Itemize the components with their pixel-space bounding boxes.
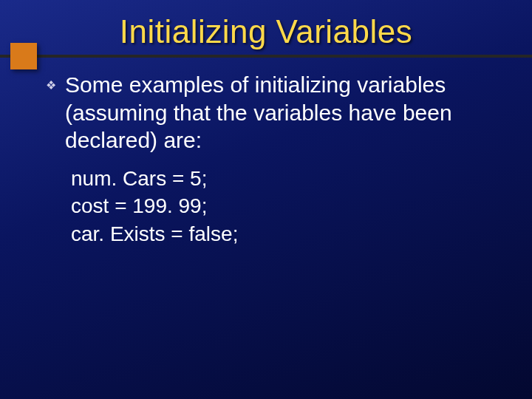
slide-body: ❖ Some examples of initializing variable…: [46, 71, 502, 248]
accent-square: [10, 43, 37, 69]
diamond-bullet-icon: ❖: [46, 78, 56, 92]
example-line: num. Cars = 5;: [71, 165, 502, 193]
slide-title: Initializing Variables: [0, 13, 532, 50]
example-list: num. Cars = 5; cost = 199. 99; car. Exis…: [71, 165, 502, 248]
title-underline: [0, 55, 532, 58]
example-line: cost = 199. 99;: [71, 192, 502, 220]
example-line: car. Exists = false;: [71, 220, 502, 248]
bullet-item: ❖ Some examples of initializing variable…: [46, 71, 502, 154]
bullet-text: Some examples of initializing variables …: [65, 71, 502, 154]
slide: Initializing Variables ❖ Some examples o…: [0, 0, 532, 399]
